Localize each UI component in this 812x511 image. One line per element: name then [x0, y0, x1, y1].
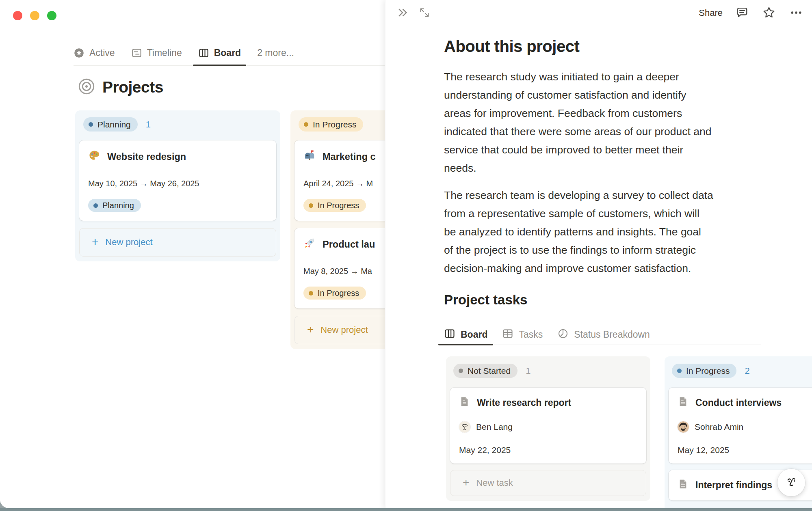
column-count: 2 [745, 366, 749, 376]
zoom-window-button[interactable] [47, 11, 56, 20]
ai-face-icon [784, 474, 799, 491]
page-icon [678, 479, 689, 492]
favorite-button[interactable] [762, 5, 776, 21]
expand-diagonal-icon [419, 7, 430, 19]
status-dot [309, 291, 313, 295]
column-header: In Progress 2 [672, 364, 812, 378]
board-icon [198, 47, 209, 58]
status-pill-in-progress[interactable]: In Progress [672, 364, 736, 378]
column-count: 1 [146, 119, 151, 130]
status-pill-not-started[interactable]: Not Started [453, 364, 518, 378]
app-window: Active Timeline Board 2 more... [0, 0, 812, 508]
window-controls [13, 11, 56, 20]
comment-bubble-icon [735, 6, 749, 21]
status-dot [89, 122, 93, 127]
pie-chart-icon [557, 328, 569, 342]
card-title: Website redesign [107, 151, 186, 162]
view-tab-label: Timeline [147, 47, 182, 58]
tasks-subheading: Project tasks [444, 292, 812, 308]
card-title: Interpret findings [695, 480, 772, 491]
tasks-column-not-started: Not Started 1 Write research report [446, 356, 650, 501]
card-date-range: May 10, 2025 → May 26, 2025 [88, 179, 267, 188]
view-tab-label: Active [89, 47, 115, 58]
status-dot [459, 369, 463, 373]
minimize-window-button[interactable] [30, 11, 39, 20]
palette-emoji-icon [88, 149, 100, 164]
avatar [459, 421, 470, 433]
assignee-name: Ben Lang [476, 422, 513, 432]
star-icon [762, 5, 776, 21]
card-title: Product lau [323, 239, 375, 250]
assignee-name: Sohrab Amin [695, 422, 743, 432]
plus-icon: + [463, 477, 469, 488]
close-window-button[interactable] [13, 11, 22, 20]
status-dot [93, 203, 98, 208]
peek-heading: About this project [444, 37, 812, 56]
status-pill-planning[interactable]: Planning [83, 117, 138, 132]
paragraph: The research team is developing a survey… [444, 186, 769, 278]
view-tab-active[interactable]: Active [74, 41, 115, 65]
page-title: Projects [102, 78, 163, 96]
assignee-row: Ben Lang [459, 421, 637, 433]
side-peek-panel: Share About this [385, 0, 812, 508]
new-project-button[interactable]: + New project [79, 228, 276, 257]
page-icon [678, 396, 689, 410]
star-badge-icon [74, 47, 84, 58]
task-card-write-research-report[interactable]: Write research report Ben Lang May 22, 2… [450, 388, 646, 464]
double-chevron-right-icon [396, 6, 409, 20]
tasks-tab-status-breakdown[interactable]: Status Breakdown [557, 325, 650, 345]
project-card-website-redesign[interactable]: Website redesign May 10, 2025 → May 26, … [79, 140, 276, 221]
page-header: Projects [77, 77, 163, 97]
card-date: May 12, 2025 [678, 445, 812, 455]
mailbox-emoji-icon [303, 149, 316, 164]
view-tab-label: 2 more... [257, 47, 294, 58]
board-column-planning: Planning 1 Website redesign May 10, 2025… [75, 110, 280, 261]
view-tab-label: Board [214, 47, 241, 58]
card-date: May 22, 2025 [459, 445, 637, 455]
card-status-tag: Planning [88, 199, 141, 212]
window-bottom-edge [0, 508, 812, 511]
status-dot [677, 369, 682, 373]
plus-icon: + [307, 324, 314, 335]
card-title: Write research report [477, 397, 571, 408]
card-title: Conduct interviews [695, 397, 782, 408]
card-status-tag: In Progress [303, 287, 366, 300]
table-icon [502, 328, 513, 342]
comments-button[interactable] [735, 6, 749, 21]
column-count: 1 [526, 366, 531, 376]
database-view-tabs: Active Timeline Board 2 more... [74, 41, 385, 66]
ellipsis-icon [789, 5, 803, 21]
new-task-button[interactable]: + New task [450, 470, 646, 496]
peek-content: About this project The research study wa… [444, 37, 812, 508]
notion-ai-button[interactable] [777, 469, 805, 496]
assignee-row: Sohrab Amin [678, 421, 812, 433]
column-header: Not Started 1 [453, 364, 646, 378]
rocket-emoji-icon [303, 237, 316, 252]
task-card-conduct-interviews[interactable]: Conduct interviews Sohrab Amin May 12, 2… [669, 388, 812, 464]
close-peek-button[interactable] [396, 6, 409, 20]
card-status-tag: In Progress [303, 199, 366, 212]
page-icon [459, 396, 470, 410]
board-icon [444, 328, 455, 342]
card-title: Marketing c [323, 151, 376, 162]
tasks-tab-tasks[interactable]: Tasks [502, 325, 543, 345]
status-dot [309, 203, 313, 208]
tasks-tab-board[interactable]: Board [444, 325, 487, 345]
status-pill-in-progress[interactable]: In Progress [299, 117, 363, 132]
avatar [678, 421, 689, 433]
plus-icon: + [92, 236, 98, 248]
more-options-button[interactable] [789, 5, 803, 21]
share-button[interactable]: Share [699, 8, 723, 18]
column-header: Planning 1 [83, 117, 276, 132]
timeline-icon [131, 47, 142, 58]
view-tab-board[interactable]: Board [198, 41, 241, 65]
tasks-board: Not Started 1 Write research report [446, 356, 812, 508]
view-tab-more[interactable]: 2 more... [257, 41, 294, 65]
paragraph: The research study was initiated to gain… [444, 68, 769, 177]
tasks-view-tabs: Board Tasks Status Breakdown [444, 325, 761, 345]
bullseye-icon[interactable] [77, 77, 96, 97]
peek-toolbar: Share [385, 0, 812, 26]
view-tab-timeline[interactable]: Timeline [131, 41, 182, 65]
status-dot [304, 122, 308, 127]
expand-page-button[interactable] [419, 7, 430, 19]
